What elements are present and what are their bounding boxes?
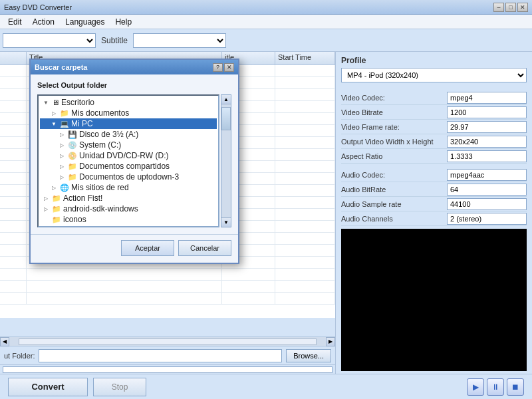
tree-item[interactable]: ▷📀Unidad DVD/CD-RW (D:)	[40, 150, 217, 161]
tree-item[interactable]: ▼🖥Escritorio	[40, 97, 217, 108]
app-title: Easy DVD Converter	[4, 3, 493, 11]
audio-codec-value: mpeg4aac	[447, 169, 527, 181]
tree-item-label: android-sdk-windows	[63, 204, 138, 213]
scroll-left-arrow[interactable]: ◀	[0, 337, 9, 346]
audio-channels-label: Audio Channels	[341, 215, 447, 223]
action-buttons: Convert Stop	[8, 378, 146, 396]
folder-icon: 📁	[52, 215, 61, 224]
tree-item[interactable]: ▷💾Disco de 3½ (A:)	[40, 129, 217, 140]
audio-channels-value: 2 (stereo)	[447, 213, 527, 225]
title-bar: Easy DVD Converter – □ ✕	[0, 0, 532, 15]
tree-item[interactable]: ▷💿System (C:)	[40, 140, 217, 150]
h-scrollbar[interactable]: ◀ ▶	[0, 336, 335, 346]
tree-item[interactable]: ▷📁Documentos compartidos	[40, 161, 217, 172]
audio-samplerate-label: Audio Sample rate	[341, 200, 447, 208]
video-codec-label: Video Codec:	[341, 94, 447, 102]
col-start-time: Start Time	[275, 52, 335, 65]
tree-item[interactable]: ▷📁Action Fist!	[40, 193, 217, 203]
video-codec-value: mpeg4	[447, 92, 527, 104]
video-framerate-value: 29.97	[447, 121, 527, 133]
media-controls: ▶ ⏸ ⏹	[467, 378, 524, 396]
menu-help[interactable]: Help	[110, 16, 137, 28]
tree-item[interactable]: ▷📁Documentos de uptodown-3	[40, 172, 217, 182]
scroll-up-button[interactable]: ▲	[221, 95, 231, 104]
tree-item[interactable]: 📁iconos	[40, 214, 217, 225]
folder-icon: 🖥	[52, 98, 59, 106]
expand-icon: ▷	[49, 185, 59, 191]
source-select[interactable]	[3, 33, 96, 48]
audio-bitrate-row: Audio BitRate 64	[341, 182, 527, 197]
dialog-cancel-button[interactable]: Cancelar	[178, 240, 231, 256]
video-framerate-row: Video Frame rate: 29.97	[341, 120, 527, 134]
tree-item-label: TXT	[63, 225, 78, 227]
tree-item[interactable]: ▷🌐Mis sitios de red	[40, 182, 217, 193]
tree-item[interactable]: ▷📁android-sdk-windows	[40, 203, 217, 214]
aspect-ratio-value: 1.3333	[447, 150, 527, 162]
audio-samplerate-value: 44100	[447, 198, 527, 210]
tree-item-label: Documentos compartidos	[79, 162, 170, 171]
progress-track	[3, 366, 332, 373]
media-stop-button[interactable]: ⏹	[507, 378, 524, 396]
dialog-title-bar: Buscar carpeta ? ✕	[31, 60, 238, 74]
folder-icon: 📄	[52, 226, 61, 228]
tree-item-label: Action Fist!	[63, 194, 102, 203]
menu-action[interactable]: Action	[27, 16, 60, 28]
scroll-right-arrow[interactable]: ▶	[326, 337, 335, 346]
tree-item-label: Mis documentos	[71, 108, 129, 118]
expand-icon: ▷	[41, 206, 51, 212]
audio-bitrate-label: Audio BitRate	[341, 186, 447, 194]
video-dimensions-row: Output Video Width x Height 320x240	[341, 134, 527, 149]
folder-icon: 💿	[68, 141, 77, 150]
tree-item[interactable]: ▼💻Mi PC	[40, 118, 217, 129]
h-scroll-track[interactable]	[19, 338, 317, 345]
menu-edit[interactable]: Edit	[3, 16, 27, 28]
folder-icon: 📁	[68, 173, 77, 182]
browse-button[interactable]: Browse...	[286, 349, 331, 362]
menu-languages[interactable]: Languages	[60, 16, 110, 28]
audio-channels-row: Audio Channels 2 (stereo)	[341, 211, 527, 226]
audio-samplerate-row: Audio Sample rate 44100	[341, 197, 527, 211]
folder-tree[interactable]: ▼🖥Escritorio▷📁Mis documentos▼💻Mi PC▷💾Dis…	[37, 94, 219, 227]
audio-codec-row: Audio Codec: mpeg4aac	[341, 168, 527, 182]
folder-icon: 📁	[68, 162, 77, 171]
audio-codec-label: Audio Codec:	[341, 171, 447, 179]
menu-bar: Edit Action Languages Help	[0, 15, 532, 29]
tree-item-label: Mi PC	[71, 119, 93, 128]
expand-icon: ▷	[57, 153, 66, 159]
video-bitrate-label: Video Bitrate	[341, 108, 447, 116]
stop-button[interactable]: Stop	[93, 378, 146, 396]
tree-item[interactable]: ▷📁Mis documentos	[40, 108, 217, 118]
aspect-ratio-row: Aspect Ratio 1.3333	[341, 149, 527, 164]
scroll-down-button[interactable]: ▼	[221, 217, 231, 227]
maximize-button[interactable]: □	[505, 3, 516, 12]
expand-icon: ▷	[57, 142, 66, 148]
folder-icon: 📁	[60, 109, 69, 118]
pause-button[interactable]: ⏸	[487, 378, 504, 396]
play-button[interactable]: ▶	[467, 378, 484, 396]
dialog-ok-button[interactable]: Aceptar	[121, 240, 174, 256]
output-folder-input[interactable]	[39, 349, 282, 362]
expand-icon: ▼	[41, 100, 51, 106]
profile-select[interactable]: MP4 - iPod (320x240)	[341, 68, 527, 82]
close-button[interactable]: ✕	[517, 3, 528, 12]
dialog-title: Buscar carpeta	[35, 63, 88, 71]
minimize-button[interactable]: –	[493, 3, 504, 12]
video-info-grid: Video Codec: mpeg4 Video Bitrate 1200 Vi…	[336, 90, 532, 226]
convert-button[interactable]: Convert	[8, 378, 88, 396]
profile-section: Profile MP4 - iPod (320x240)	[336, 52, 532, 90]
pause-icon: ⏸	[491, 382, 499, 392]
folder-icon: 📁	[52, 205, 61, 213]
tree-item-label: Unidad DVD/CD-RW (D:)	[79, 151, 168, 160]
tree-item[interactable]: 📄TXT	[40, 225, 217, 227]
dialog-close-button[interactable]: ✕	[224, 63, 234, 72]
folder-icon: 📀	[68, 152, 77, 160]
expand-icon: ▷	[49, 110, 59, 116]
scroll-thumb[interactable]	[221, 107, 231, 130]
expand-icon: ▷	[57, 164, 66, 170]
bottom-bar: Convert Stop ▶ ⏸ ⏹	[0, 374, 532, 399]
folder-icon: 📁	[52, 194, 61, 203]
table-row	[0, 293, 335, 305]
subtitle-select[interactable]	[133, 33, 226, 48]
subtitle-label: Subtitle	[98, 36, 130, 45]
dialog-help-button[interactable]: ?	[213, 63, 223, 72]
